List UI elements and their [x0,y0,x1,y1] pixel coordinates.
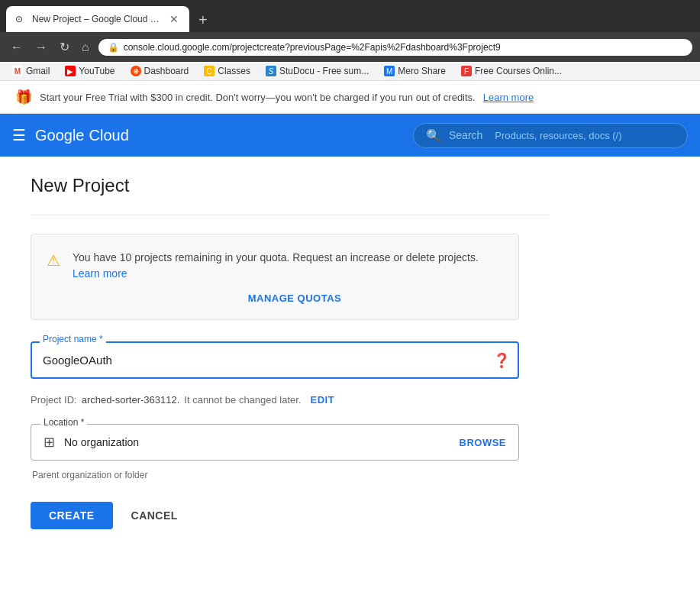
studocu-favicon: S [266,66,276,76]
edit-project-id-link[interactable]: EDIT [311,394,335,406]
banner-text: Start your Free Trial with $300 in credi… [40,92,476,103]
warning-content: ⚠ You have 10 projects remaining in your… [47,250,503,282]
browse-button[interactable]: BROWSE [460,437,507,448]
classes-favicon: C [204,66,215,76]
main-content: New Project ⚠ You have 10 projects remai… [0,157,580,548]
gmail-favicon: M [12,66,23,76]
warning-message: You have 10 projects remaining in your q… [73,251,479,263]
bookmark-youtube[interactable]: ▶ YouTube [59,64,121,78]
manage-quotas-button[interactable]: MANAGE QUOTAS [86,289,503,307]
action-buttons: CREATE CANCEL [31,502,519,529]
page-content: 🎁 Start your Free Trial with $300 in cre… [0,81,700,548]
search-label: Search [449,129,482,141]
gift-icon: 🎁 [15,89,32,105]
project-id-note: It cannot be changed later. [184,394,301,406]
help-icon[interactable]: ❓ [493,352,510,369]
project-id-prefix: Project ID: [31,394,77,406]
tab-favicon: ⊙ [15,14,26,24]
project-name-field-group: Project name ❓ [31,341,519,379]
forward-button[interactable]: → [32,37,50,57]
divider [31,215,550,215]
bookmark-classes-label: Classes [218,66,250,76]
bookmark-freecourses-label: Free Courses Onlin... [475,66,562,76]
bookmark-freecourses[interactable]: F Free Courses Onlin... [455,64,568,78]
back-button[interactable]: ← [8,37,26,57]
logo-google-text: Google [35,127,85,144]
active-tab[interactable]: ⊙ New Project – Google Cloud con... ✕ [6,6,189,32]
bookmark-meroshare[interactable]: M Mero Share [378,64,452,78]
project-name-input[interactable] [31,341,519,379]
bookmark-dashboard-label: Dashboard [144,66,189,76]
bookmark-meroshare-label: Mero Share [398,66,446,76]
banner-learn-more-link[interactable]: Learn more [483,92,534,103]
location-value: No organization [64,436,450,448]
lock-icon: 🔒 [108,42,119,53]
form-section: Project name ❓ Project ID: arched-sorter… [31,341,519,529]
url-text: console.cloud.google.com/projectcreate?p… [124,42,683,53]
warning-triangle-icon: ⚠ [47,251,60,270]
free-trial-banner: 🎁 Start your Free Trial with $300 in cre… [0,81,700,114]
location-inner: ⊞ No organization BROWSE [31,425,518,460]
search-bar[interactable]: 🔍 Search Products, resources, docs (/) [413,123,688,148]
dashboard-favicon: ❋ [131,66,141,76]
location-field-group: Location * ⊞ No organization BROWSE [31,424,519,461]
project-name-label: Project name [40,334,106,344]
tab-title: New Project – Google Cloud con... [32,14,162,24]
parent-org-hint: Parent organization or folder [31,470,519,480]
bookmark-gmail[interactable]: M Gmail [6,64,56,78]
reload-button[interactable]: ↻ [56,37,73,57]
bookmark-studocu-label: StuDocu - Free sum... [279,66,369,76]
project-id-value: arched-sorter-363112. [82,394,180,406]
bookmark-dashboard[interactable]: ❋ Dashboard [124,64,195,78]
meroshare-favicon: M [384,66,395,76]
address-bar[interactable]: 🔒 console.cloud.google.com/projectcreate… [98,39,692,56]
search-hint: Products, resources, docs (/) [495,130,621,141]
warning-text: You have 10 projects remaining in your q… [73,250,503,282]
new-tab-button[interactable]: + [192,8,214,32]
freecourses-favicon: F [461,66,472,76]
bookmark-youtube-label: YouTube [79,66,115,76]
search-icon: 🔍 [426,128,441,143]
hamburger-menu-icon[interactable]: ☰ [12,126,26,144]
organization-icon: ⊞ [44,434,55,451]
page-title: New Project [31,175,550,196]
bookmarks-bar: M Gmail ▶ YouTube ❋ Dashboard C Classes … [0,62,700,81]
logo-cloud-text: Cloud [89,127,129,144]
address-bar-row: ← → ↻ ⌂ 🔒 console.cloud.google.com/proje… [0,32,700,62]
location-label: Location * [40,417,87,428]
bookmark-classes[interactable]: C Classes [198,64,256,78]
location-label-text: Location [44,417,78,428]
bookmark-gmail-label: Gmail [26,66,50,76]
cancel-button[interactable]: CANCEL [125,502,184,529]
create-button[interactable]: CREATE [31,502,113,529]
warning-box: ⚠ You have 10 projects remaining in your… [31,234,519,320]
home-button[interactable]: ⌂ [79,37,92,57]
youtube-favicon: ▶ [65,66,76,76]
google-cloud-logo: Google Cloud [35,127,129,144]
warning-learn-more-link[interactable]: Learn more [73,267,127,280]
tab-close-button[interactable]: ✕ [168,11,180,27]
bookmark-studocu[interactable]: S StuDocu - Free sum... [260,64,375,78]
project-id-row: Project ID: arched-sorter-363112. It can… [31,394,519,406]
top-nav: ☰ Google Cloud 🔍 Search Products, resour… [0,114,700,157]
